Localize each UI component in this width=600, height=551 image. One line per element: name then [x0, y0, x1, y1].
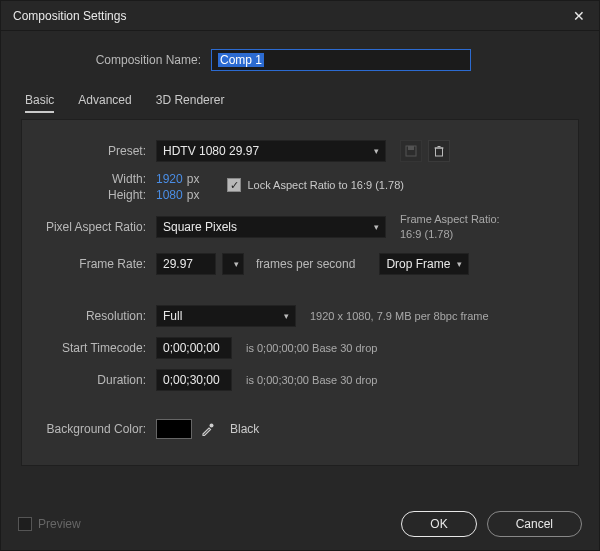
- tab-advanced[interactable]: Advanced: [78, 93, 131, 113]
- height-input[interactable]: 1080: [156, 188, 183, 202]
- svg-point-5: [210, 423, 214, 427]
- save-preset-icon: [400, 140, 422, 162]
- resolution-select[interactable]: Full ▾: [156, 305, 296, 327]
- bgcolor-label: Background Color:: [36, 422, 156, 436]
- preset-select[interactable]: HDTV 1080 29.97 ▾: [156, 140, 386, 162]
- fps-label: frames per second: [256, 257, 355, 271]
- width-input[interactable]: 1920: [156, 172, 183, 186]
- duration-info: is 0;00;30;00 Base 30 drop: [246, 374, 377, 386]
- resolution-info: 1920 x 1080, 7.9 MB per 8bpc frame: [310, 310, 489, 322]
- start-timecode-input[interactable]: 0;00;00;00: [156, 337, 232, 359]
- svg-rect-2: [436, 148, 443, 156]
- titlebar: Composition Settings ✕: [1, 1, 599, 31]
- tab-bar: Basic Advanced 3D Renderer: [21, 81, 579, 119]
- bgcolor-name: Black: [230, 422, 259, 436]
- pixel-aspect-select[interactable]: Square Pixels ▾: [156, 216, 386, 238]
- frame-aspect-ratio-label: Frame Aspect Ratio: 16:9 (1.78): [400, 212, 500, 243]
- duration-label: Duration:: [36, 373, 156, 387]
- lock-aspect-label: Lock Aspect Ratio to 16:9 (1.78): [247, 179, 404, 191]
- ok-button[interactable]: OK: [401, 511, 476, 537]
- dialog-footer: Preview OK Cancel: [0, 511, 600, 537]
- check-icon: ✓: [230, 180, 239, 191]
- bgcolor-swatch[interactable]: [156, 419, 192, 439]
- chevron-down-icon: ▾: [374, 222, 379, 232]
- composition-name-input[interactable]: Comp 1: [211, 49, 471, 71]
- svg-rect-1: [408, 146, 414, 150]
- chevron-down-icon: ▾: [284, 311, 289, 321]
- cancel-button[interactable]: Cancel: [487, 511, 582, 537]
- lock-aspect-checkbox[interactable]: ✓: [227, 178, 241, 192]
- composition-settings-dialog: Composition Settings ✕ Composition Name:…: [0, 0, 600, 551]
- basic-panel: Preset: HDTV 1080 29.97 ▾ Width: 1920 px…: [21, 119, 579, 466]
- drop-frame-select[interactable]: Drop Frame ▾: [379, 253, 469, 275]
- trash-icon[interactable]: [428, 140, 450, 162]
- composition-name-label: Composition Name:: [21, 53, 211, 67]
- duration-input[interactable]: 0;00;30;00: [156, 369, 232, 391]
- resolution-label: Resolution:: [36, 309, 156, 323]
- close-icon[interactable]: ✕: [569, 8, 589, 24]
- chevron-down-icon: ▾: [234, 259, 239, 269]
- width-label: Width:: [36, 172, 156, 186]
- frame-rate-input[interactable]: 29.97: [156, 253, 216, 275]
- start-timecode-info: is 0;00;00;00 Base 30 drop: [246, 342, 377, 354]
- start-timecode-label: Start Timecode:: [36, 341, 156, 355]
- tab-basic[interactable]: Basic: [25, 93, 54, 113]
- preview-checkbox: [18, 517, 32, 531]
- chevron-down-icon: ▾: [374, 146, 379, 156]
- preview-option: Preview: [18, 517, 81, 531]
- dialog-content: Composition Name: Comp 1 Basic Advanced …: [1, 31, 599, 466]
- eyedropper-icon[interactable]: [200, 421, 216, 437]
- frame-rate-label: Frame Rate:: [36, 257, 156, 271]
- chevron-down-icon: ▾: [457, 259, 462, 269]
- window-title: Composition Settings: [13, 9, 126, 23]
- height-label: Height:: [36, 188, 156, 202]
- pixel-aspect-label: Pixel Aspect Ratio:: [36, 220, 156, 234]
- tab-3d-renderer[interactable]: 3D Renderer: [156, 93, 225, 113]
- frame-rate-dropdown[interactable]: ▾: [222, 253, 244, 275]
- preset-label: Preset:: [36, 144, 156, 158]
- preview-label: Preview: [38, 517, 81, 531]
